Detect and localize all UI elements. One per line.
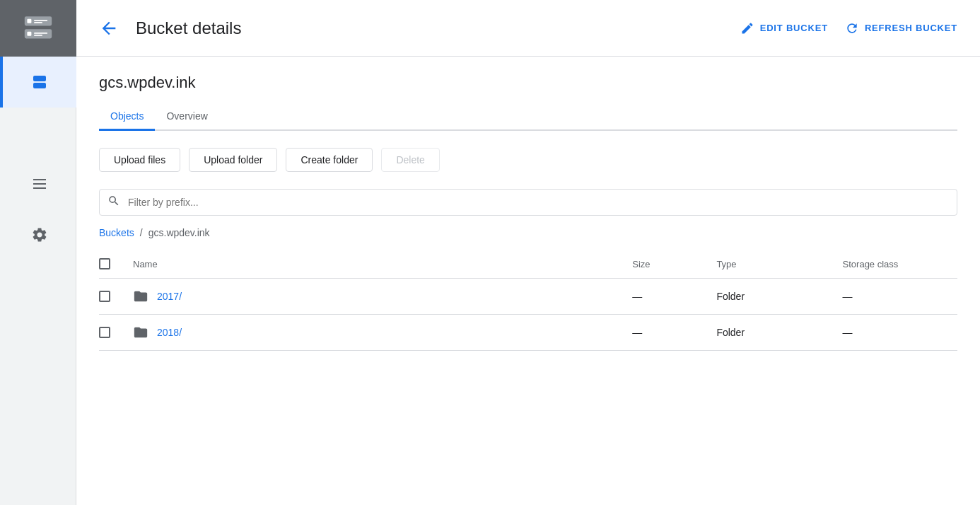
row-checkbox-cell	[99, 315, 122, 351]
upload-files-button[interactable]: Upload files	[99, 148, 180, 172]
row-name-cell: 2017/	[122, 279, 621, 315]
row-storage-class: —	[832, 279, 957, 315]
svg-rect-7	[34, 35, 42, 36]
breadcrumb-buckets-link[interactable]: Buckets	[99, 227, 134, 238]
bucket-name: gcs.wpdev.ink	[99, 74, 957, 92]
filter-container	[99, 189, 957, 216]
svg-rect-9	[33, 183, 46, 185]
sidebar-item-settings[interactable]	[0, 209, 76, 260]
row-type: Folder	[705, 315, 831, 351]
row-checkbox[interactable]	[99, 291, 110, 302]
tab-overview[interactable]: Overview	[155, 103, 218, 131]
tabs: Objects Overview	[99, 103, 957, 131]
row-checkbox-cell	[99, 279, 122, 315]
table-header-row: Name Size Type Storage class	[99, 250, 957, 279]
page-title: Bucket details	[136, 18, 723, 38]
sidebar-logo	[0, 0, 76, 57]
main-content: Bucket details EDIT BUCKET REFRESH BUCKE…	[76, 0, 980, 505]
row-size: —	[621, 315, 705, 351]
header-type: Type	[705, 250, 831, 279]
folder-icon	[133, 289, 148, 304]
header-checkbox-cell	[99, 250, 122, 279]
upload-folder-button[interactable]: Upload folder	[189, 148, 277, 172]
objects-table: Name Size Type Storage class	[99, 250, 957, 351]
content-area: gcs.wpdev.ink Objects Overview Upload fi…	[76, 57, 980, 505]
sidebar-item-transfer[interactable]	[0, 108, 76, 158]
folder-link[interactable]: 2018/	[157, 327, 182, 338]
row-name-cell: 2018/	[122, 315, 621, 351]
sidebar-item-storage[interactable]	[0, 57, 76, 108]
svg-rect-5	[27, 32, 31, 36]
svg-rect-1	[27, 19, 31, 23]
row-type: Folder	[705, 279, 831, 315]
svg-rect-10	[33, 187, 46, 189]
breadcrumb-current: gcs.wpdev.ink	[148, 227, 210, 238]
breadcrumb-separator: /	[140, 227, 143, 238]
select-all-checkbox[interactable]	[99, 258, 110, 269]
edit-bucket-button[interactable]: EDIT BUCKET	[740, 21, 828, 35]
action-buttons: Upload files Upload folder Create folder…	[99, 148, 957, 172]
sidebar	[0, 0, 76, 505]
delete-button[interactable]: Delete	[381, 148, 439, 172]
table-row: 2018/ — Folder —	[99, 315, 957, 351]
header: Bucket details EDIT BUCKET REFRESH BUCKE…	[76, 0, 980, 57]
breadcrumb: Buckets / gcs.wpdev.ink	[99, 227, 957, 238]
header-storage-class: Storage class	[832, 250, 957, 279]
sidebar-item-list[interactable]	[0, 158, 76, 209]
folder-link[interactable]: 2017/	[157, 291, 182, 302]
back-button[interactable]	[99, 18, 119, 38]
svg-rect-3	[34, 22, 42, 23]
row-size: —	[621, 279, 705, 315]
svg-rect-6	[34, 33, 47, 34]
create-folder-button[interactable]: Create folder	[286, 148, 373, 172]
svg-rect-2	[34, 20, 47, 21]
table-row: 2017/ — Folder —	[99, 279, 957, 315]
folder-icon	[133, 325, 148, 340]
row-storage-class: —	[832, 315, 957, 351]
row-checkbox[interactable]	[99, 327, 110, 338]
search-icon	[107, 195, 120, 210]
filter-input[interactable]	[99, 189, 957, 216]
header-size: Size	[621, 250, 705, 279]
tab-objects[interactable]: Objects	[99, 103, 155, 131]
refresh-bucket-button[interactable]: REFRESH BUCKET	[845, 21, 957, 35]
header-name: Name	[122, 250, 621, 279]
svg-rect-8	[33, 179, 46, 180]
